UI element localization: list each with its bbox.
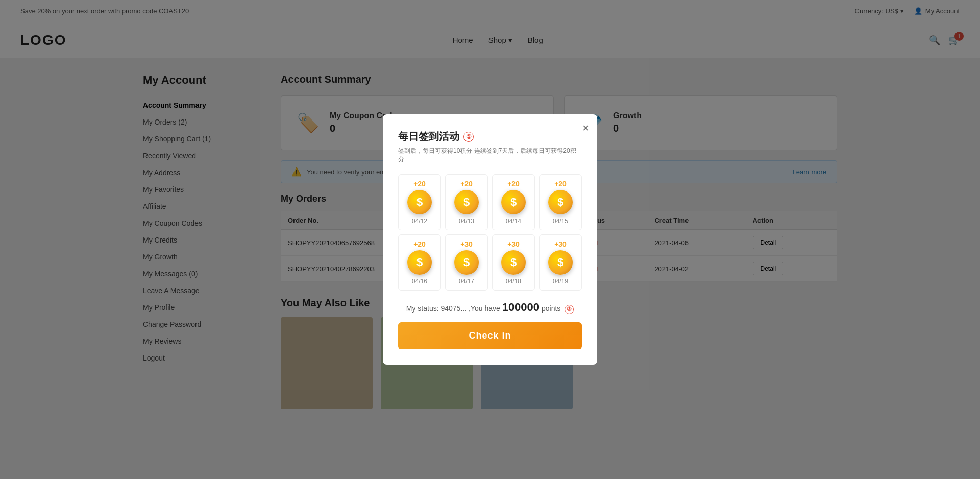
status-prefix: My status: 94075... [406, 304, 467, 313]
cal-points-6: +30 [449, 240, 484, 248]
cal-date-3: 04/14 [496, 218, 531, 225]
modal-status: My status: 94075... ,You have 100000 poi… [398, 301, 582, 314]
modal-title: 每日签到活动 ① [398, 130, 582, 143]
modal-close-button[interactable]: × [582, 122, 589, 135]
checkin-button[interactable]: Check in [398, 322, 582, 349]
coin-5: $ [407, 250, 432, 275]
cal-day-4: +20 $ 04/15 [539, 174, 582, 230]
points-suffix: points [542, 304, 560, 313]
cal-day-2: +20 $ 04/13 [445, 174, 488, 230]
cal-points-7: +30 [496, 240, 531, 248]
modal-points: 100000 [502, 301, 540, 314]
cal-day-6: +30 $ 04/17 [445, 234, 488, 291]
cal-date-8: 04/19 [543, 278, 578, 285]
cal-date-6: 04/17 [449, 278, 484, 285]
cal-day-3: +20 $ 04/14 [492, 174, 535, 230]
cal-date-5: 04/16 [402, 278, 437, 285]
cal-day-5: +20 $ 04/16 [398, 234, 441, 291]
coin-7: $ [501, 250, 526, 275]
modal-title-text: 每日签到活动 [398, 130, 459, 143]
cal-points-1: +20 [402, 180, 437, 188]
coin-1: $ [407, 190, 432, 214]
coin-3: $ [501, 190, 526, 214]
coin-2: $ [454, 190, 479, 214]
cal-day-1: +20 $ 04/12 [398, 174, 441, 230]
modal-overlay: × 每日签到活动 ① 签到后，每日可获得10积分 连续签到7天后，后续每日可获得… [0, 0, 980, 424]
cal-points-4: +20 [543, 180, 578, 188]
cal-date-1: 04/12 [402, 218, 437, 225]
cal-points-3: +20 [496, 180, 531, 188]
cal-points-8: +30 [543, 240, 578, 248]
coin-8: $ [548, 250, 573, 275]
calendar-grid: +20 $ 04/12 +20 $ 04/13 +20 $ 04/14 +20 … [398, 174, 582, 291]
cal-date-2: 04/13 [449, 218, 484, 225]
coin-6: $ [454, 250, 479, 275]
modal-subtitle: 签到后，每日可获得10积分 连续签到7天后，后续每日可获得20积分 [398, 147, 582, 164]
cal-points-2: +20 [449, 180, 484, 188]
cal-day-7: +30 $ 04/18 [492, 234, 535, 291]
cal-day-8: +30 $ 04/19 [539, 234, 582, 291]
status-middle: ,You have [469, 304, 500, 313]
daily-checkin-modal: × 每日签到活动 ① 签到后，每日可获得10积分 连续签到7天后，后续每日可获得… [383, 114, 597, 365]
cal-date-4: 04/15 [543, 218, 578, 225]
modal-status-icon: ③ [565, 305, 574, 314]
coin-4: $ [548, 190, 573, 214]
cal-points-5: +20 [402, 240, 437, 248]
cal-date-7: 04/18 [496, 278, 531, 285]
modal-title-icon: ① [463, 132, 474, 142]
